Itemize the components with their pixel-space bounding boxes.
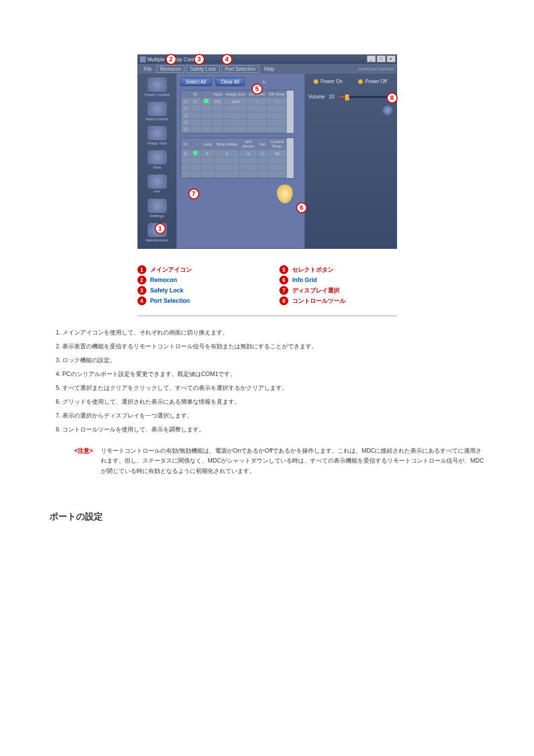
sidebar-item-settings[interactable]: Settings	[141, 198, 174, 221]
legend-8: コントロールツール	[292, 297, 346, 305]
table-row[interactable]: 0 0 0 0 1 49	[181, 150, 287, 157]
sidebar-item-image-size[interactable]: Image Size	[141, 125, 174, 148]
close-button[interactable]: ×	[387, 55, 396, 62]
maximize-button[interactable]: □	[377, 55, 386, 62]
volume-value: 10	[329, 94, 334, 99]
menu-help[interactable]: Help	[261, 66, 277, 72]
sidebar-item-input-source[interactable]: Input Source	[141, 101, 174, 124]
status-dot-icon	[193, 151, 197, 155]
app-icon	[140, 56, 146, 62]
input-source-icon	[148, 102, 167, 116]
control-panel: Power On Power Off Volume 10	[305, 74, 397, 248]
sidebar-item-time[interactable]: Time	[141, 149, 174, 173]
explanation-item: グリッドを使用して、選択された表示にある簡単な情報を見ます。	[62, 397, 485, 406]
shield-icon	[277, 185, 293, 203]
note-label: <注意>	[74, 446, 93, 476]
speaker-icon[interactable]	[383, 105, 393, 115]
radio-off-icon	[358, 79, 363, 84]
callout-2: 2	[166, 54, 177, 65]
volume-label: Volume	[309, 94, 325, 99]
callout-1: 1	[155, 223, 166, 234]
info-grid-bottom[interactable]: ID Lamp Temp.Status B/R Sensor Fan Curre…	[180, 138, 294, 179]
section-heading: ポートの設定	[49, 511, 485, 522]
image-size-icon	[148, 126, 167, 140]
menu-file[interactable]: File	[141, 66, 155, 72]
toolbar-suffix: le	[263, 80, 266, 85]
pip-icon	[148, 175, 167, 189]
power-off-button[interactable]: Power Off	[358, 79, 387, 84]
table-row[interactable]: ☐ 0 PC 16:9 ○ ○	[181, 98, 287, 105]
legend-7: ディスプレイ選択	[292, 286, 340, 295]
menu-port-selection[interactable]: Port Selection	[222, 65, 259, 73]
menu-safety-lock[interactable]: Safety Lock	[186, 65, 219, 73]
sidebar-item-pip[interactable]: PIP	[141, 174, 174, 197]
app-screenshot: 2 3 4 5 8 7 6 1 Multiple Display Control…	[137, 54, 397, 249]
menu-remocon[interactable]: Remocon	[157, 65, 185, 73]
callout-7: 7	[188, 189, 199, 199]
minimize-button[interactable]: _	[367, 55, 376, 62]
power-on-button[interactable]: Power On	[313, 79, 342, 84]
explanation-item: PCのシリアルポート設定を変更できます。既定値はCOM1です。	[62, 370, 485, 378]
volume-slider[interactable]	[338, 96, 393, 98]
power-control-icon	[148, 78, 167, 92]
explanation-item: すべて選択またはクリアをクリックして、すべての表示を選択するかクリアします。	[62, 383, 485, 392]
select-all-button[interactable]: Select All	[180, 78, 212, 86]
callout-5: 5	[252, 84, 263, 94]
explanation-list: メインアイコンを使用して、それぞれの画面に切り換えます。 表示装置の機能を受信す…	[49, 328, 485, 434]
brand-label: SAMSUNG DIGITall	[358, 67, 393, 71]
callout-4: 4	[222, 54, 232, 65]
explanation-item: 表示装置の機能を受信するリモートコントロール信号を有効または無効にすることができ…	[62, 342, 485, 351]
menu-bar: File Remocon Safety Lock Port Selection …	[138, 64, 397, 74]
info-grid-top[interactable]: ID Input Image Size On Timer Off Timer ☐…	[180, 90, 294, 134]
note-text: リモートコントロールの有効/無効機能は、電源がOnであるかOffであるかを操作し…	[101, 446, 485, 476]
sidebar: Power Control Input Source Image Size Ti…	[138, 74, 177, 248]
legend-6: Info Grid	[292, 277, 317, 284]
callout-6: 6	[296, 202, 307, 213]
clear-all-button[interactable]: Clear All	[216, 78, 245, 86]
legend-5: セレクトボタン	[292, 266, 334, 274]
title-bar: Multiple Display Control _ □ ×	[138, 55, 397, 64]
radio-on-icon	[313, 79, 318, 84]
scrollbar[interactable]	[287, 138, 293, 178]
explanation-item: 表示の選択からディスプレイを一つ選択します。	[62, 411, 485, 420]
time-icon	[148, 150, 167, 164]
callout-8: 8	[387, 93, 398, 103]
legend: 1メインアイコン 2Remocon 3Safety Lock 4Port Sel…	[137, 264, 397, 316]
explanation-item: ロック機能の設定。	[62, 356, 485, 365]
explanation-item: メインアイコンを使用して、それぞれの画面に切り換えます。	[62, 328, 485, 337]
callout-3: 3	[194, 54, 205, 65]
legend-1: メインアイコン	[150, 266, 192, 274]
scrollbar[interactable]	[287, 91, 293, 133]
legend-4: Port Selection	[150, 297, 190, 304]
note-block: <注意> リモートコントロールの有効/無効機能は、電源がOnであるかOffである…	[74, 446, 485, 476]
settings-icon	[148, 199, 167, 213]
legend-3: Safety Lock	[150, 287, 183, 294]
legend-2: Remocon	[150, 277, 178, 284]
sidebar-item-power-control[interactable]: Power Control	[141, 77, 174, 100]
status-dot-icon	[204, 99, 208, 103]
explanation-item: コントロールツールを使用して、表示を調整します。	[62, 425, 485, 434]
